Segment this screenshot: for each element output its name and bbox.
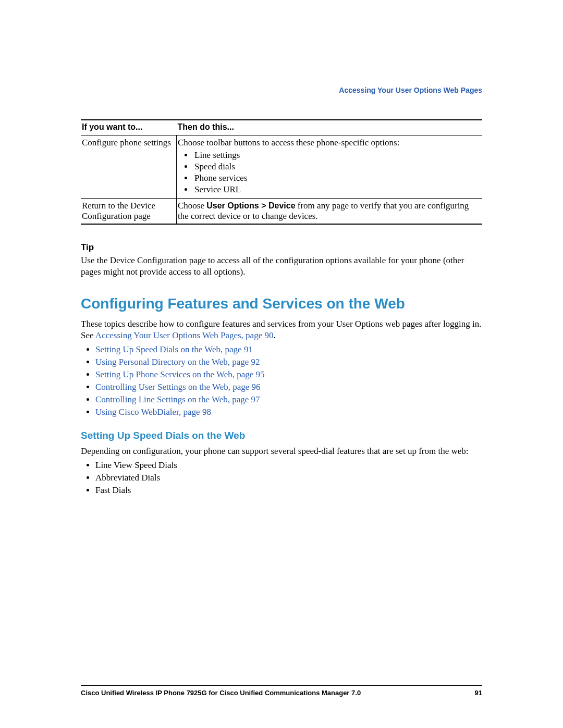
feature-item: Fast Dials	[95, 485, 482, 496]
topic-link[interactable]: Controlling User Settings on the Web, pa…	[95, 382, 261, 392]
row2-bold: User Options > Device	[206, 201, 295, 210]
section-heading: Configuring Features and Services on the…	[81, 295, 482, 312]
topic-link[interactable]: Using Personal Directory on the Web, pag…	[95, 357, 260, 367]
feature-item: Abbreviated Dials	[95, 473, 482, 483]
table-row2-col1: Return to the Device Configuration page	[81, 199, 177, 225]
tip-heading: Tip	[81, 242, 482, 253]
topic-link[interactable]: Controlling Line Settings on the Web, pa…	[95, 394, 260, 404]
row1-list: Line settings Speed dials Phone services…	[193, 150, 479, 195]
feature-item: Line View Speed Dials	[95, 460, 482, 471]
topic-link[interactable]: Setting Up Phone Services on the Web, pa…	[95, 369, 265, 379]
table-header-col2: Then do this...	[177, 120, 483, 135]
table-row2-col2: Choose User Options > Device from any pa…	[177, 199, 483, 225]
section-intro: These topics describe how to configure f…	[81, 318, 482, 341]
feature-list: Line View Speed Dials Abbreviated Dials …	[95, 460, 482, 496]
row1-item: Speed dials	[193, 162, 479, 172]
table-header-col1: If you want to...	[81, 120, 177, 135]
row1-item: Service URL	[193, 184, 479, 195]
running-header: Accessing Your User Options Web Pages	[81, 86, 482, 94]
subsection-heading: Setting Up Speed Dials on the Web	[81, 430, 482, 441]
intro-link[interactable]: Accessing Your User Options Web Pages, p…	[95, 330, 274, 340]
topic-link[interactable]: Setting Up Speed Dials on the Web, page …	[95, 344, 253, 354]
topic-link-list: Setting Up Speed Dials on the Web, page …	[95, 344, 482, 417]
row1-item: Phone services	[193, 173, 479, 183]
table-row1-col2: Choose toolbar buttons to access these p…	[177, 135, 483, 199]
footer-title: Cisco Unified Wireless IP Phone 7925G fo…	[81, 689, 361, 697]
row1-intro: Choose toolbar buttons to access these p…	[178, 138, 399, 147]
footer-page-number: 91	[475, 689, 482, 697]
intro-post: .	[273, 330, 275, 340]
instruction-table: If you want to... Then do this... Config…	[81, 119, 482, 225]
subsection-intro: Depending on configuration, your phone c…	[81, 446, 482, 457]
row2-pre: Choose	[178, 201, 206, 211]
table-row1-col1: Configure phone settings	[81, 135, 177, 199]
row1-item: Line settings	[193, 150, 479, 161]
page-footer: Cisco Unified Wireless IP Phone 7925G fo…	[81, 685, 482, 697]
topic-link[interactable]: Using Cisco WebDialer, page 98	[95, 407, 211, 417]
tip-body: Use the Device Configuration page to acc…	[81, 255, 482, 278]
